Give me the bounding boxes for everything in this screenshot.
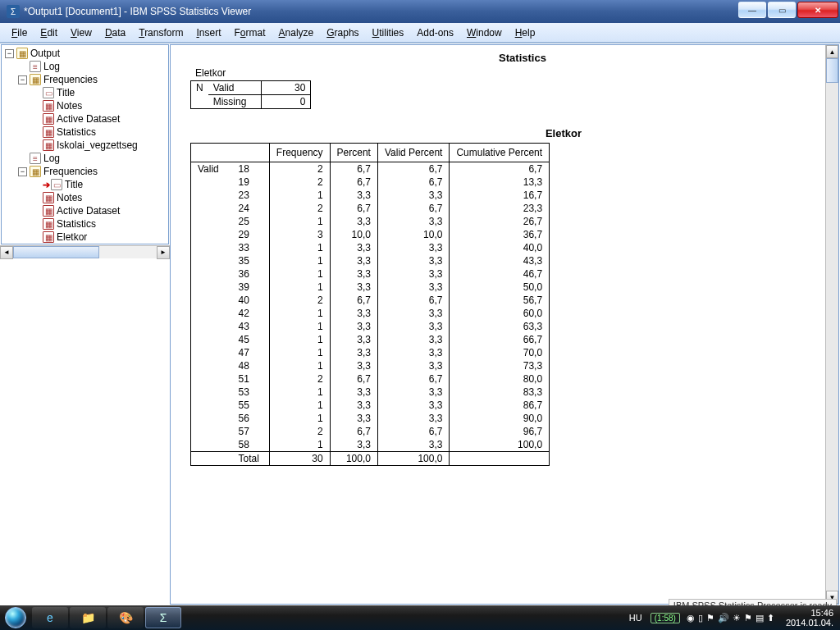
menu-data[interactable]: Data — [98, 27, 132, 39]
scroll-up-button[interactable]: ▲ — [826, 45, 838, 58]
freq-group-label — [191, 425, 232, 438]
freq-cell: 36,7 — [450, 228, 550, 241]
freq-value-label: 51 — [232, 372, 270, 386]
tree-item[interactable]: ▦Active Dataset — [2, 112, 168, 126]
tree-item[interactable]: ▦Iskolai_vegzettseg — [2, 139, 168, 152]
output-content[interactable]: Statistics Eletkor N Valid 30 Missing 0 … — [171, 45, 825, 604]
menu-edit[interactable]: Edit — [34, 27, 64, 39]
tree-item[interactable]: ▦Eletkor — [2, 231, 168, 244]
menu-format[interactable]: Format — [228, 27, 272, 39]
tree-toggle-icon[interactable]: − — [18, 75, 27, 84]
tree-item[interactable]: −▦Output — [2, 47, 168, 60]
freq-group-label — [191, 176, 232, 189]
freq-cell: 3,3 — [377, 281, 449, 294]
menu-insert[interactable]: Insert — [189, 27, 227, 39]
freq-cell: 100,0 — [377, 452, 449, 466]
log-icon: ≡ — [30, 61, 41, 72]
tree-item[interactable]: ▦Notes — [2, 99, 168, 112]
freq-group-label: Valid — [191, 162, 232, 176]
freq-group-label — [191, 307, 232, 320]
freq-cell: 3,3 — [377, 241, 449, 254]
menu-view[interactable]: View — [64, 27, 98, 39]
freq-cell: 1 — [269, 215, 330, 228]
menu-add-ons[interactable]: Add-ons — [410, 27, 460, 39]
menu-help[interactable]: Help — [509, 27, 542, 39]
freq-cell: 30 — [269, 452, 330, 466]
outline-tree[interactable]: −▦Output≡Log−▦Frequencies▭Title▦Notes▦Ac… — [1, 44, 169, 244]
maximize-button[interactable]: ▭ — [768, 2, 796, 18]
tree-item[interactable]: ≡Log — [2, 60, 168, 73]
freq-cell: 3,3 — [330, 399, 377, 412]
freq-group-label — [191, 386, 232, 399]
log-icon: ≡ — [30, 153, 41, 164]
freq-group-label — [191, 228, 232, 241]
taskbar-spss-icon[interactable]: Σ — [145, 607, 181, 628]
freq-value-label: 39 — [232, 281, 270, 294]
menu-graphs[interactable]: Graphs — [320, 27, 365, 39]
taskbar-explorer-icon[interactable]: 📁 — [70, 607, 106, 628]
freq-cell: 3,3 — [377, 307, 449, 320]
freq-value-label: 56 — [232, 412, 270, 425]
outline-hscrollbar[interactable]: ◄ ► — [0, 245, 170, 258]
tree-item[interactable]: ▦Statistics — [2, 126, 168, 139]
taskbar-paint-icon[interactable]: 🎨 — [107, 607, 144, 628]
freq-cell: 10,0 — [330, 228, 377, 241]
freq-value-label: 23 — [232, 189, 270, 202]
menu-analyze[interactable]: Analyze — [272, 27, 321, 39]
menu-utilities[interactable]: Utilities — [366, 27, 411, 39]
tree-toggle-icon[interactable]: − — [5, 49, 14, 58]
content-vscrollbar[interactable]: ▲ ▼ — [825, 45, 838, 604]
freq-value-label: 47 — [232, 346, 270, 359]
window-title: *Output1 [Document1] - IBM SPSS Statisti… — [24, 6, 251, 17]
tree-label: Notes — [57, 100, 82, 112]
freq-cell: 3 — [269, 228, 330, 241]
tray-language[interactable]: HU — [626, 613, 646, 623]
freq-cell: 3,3 — [377, 189, 449, 202]
freq-cell: 6,7 — [377, 294, 449, 307]
menu-transform[interactable]: Transform — [132, 27, 189, 39]
tree-item[interactable]: ≡Log — [2, 152, 168, 165]
tray-icons[interactable]: ◉▯⚑🔊☀⚑▤⬆ — [685, 613, 776, 623]
tree-item[interactable]: ▦Statistics — [2, 217, 168, 231]
tree-label: Eletkor — [57, 231, 87, 243]
freq-cell: 1 — [269, 333, 330, 346]
taskbar-ie-icon[interactable]: e — [32, 607, 68, 628]
stat-missing-value: 0 — [262, 95, 311, 109]
tree-item[interactable]: ▭Title — [2, 86, 168, 99]
freq-cell: 3,3 — [377, 438, 449, 452]
close-button[interactable]: ✕ — [797, 2, 838, 18]
tree-label: Output — [30, 48, 60, 59]
tree-label: Iskolai_vegzettseg — [57, 139, 138, 151]
freq-cell: 100,0 — [450, 438, 550, 452]
menu-file[interactable]: File — [5, 27, 34, 39]
freq-cell: 6,7 — [330, 162, 377, 176]
freq-cell: 1 — [269, 412, 330, 425]
freq-cell: 96,7 — [450, 425, 550, 438]
tree-label: Title — [65, 179, 83, 190]
tree-item[interactable]: ▦Notes — [2, 191, 168, 204]
start-button[interactable] — [0, 605, 31, 630]
tree-item[interactable]: ▦Active Dataset — [2, 204, 168, 217]
scroll-right-button[interactable]: ► — [157, 246, 170, 259]
freq-cell: 70,0 — [450, 346, 550, 359]
tree-toggle-icon[interactable]: − — [18, 167, 27, 176]
freq-cell: 3,3 — [330, 346, 377, 359]
freq-cell: 3,3 — [330, 189, 377, 202]
tray-battery[interactable]: (1:58) — [651, 613, 680, 623]
freq-cell: 90,0 — [450, 412, 550, 425]
tree-item[interactable]: −▦Frequencies — [2, 165, 168, 178]
scroll-thumb[interactable] — [13, 246, 99, 258]
tree-label: Frequencies — [43, 74, 98, 85]
tree-item[interactable]: −▦Frequencies — [2, 73, 168, 86]
scroll-left-button[interactable]: ◄ — [0, 246, 13, 259]
vscroll-thumb[interactable] — [826, 58, 838, 83]
grid-icon: ▦ — [43, 100, 54, 112]
tree-item[interactable]: ➔▭Title — [2, 178, 168, 191]
freq-cell: 3,3 — [330, 241, 377, 254]
menu-window[interactable]: Window — [460, 27, 509, 39]
tray-clock[interactable]: 15:46 2014.01.04. — [781, 608, 838, 628]
freq-cell: 3,3 — [377, 215, 449, 228]
tree-label: Title — [57, 87, 75, 98]
freq-header: Percent — [330, 144, 377, 162]
minimize-button[interactable]: — — [738, 2, 766, 18]
